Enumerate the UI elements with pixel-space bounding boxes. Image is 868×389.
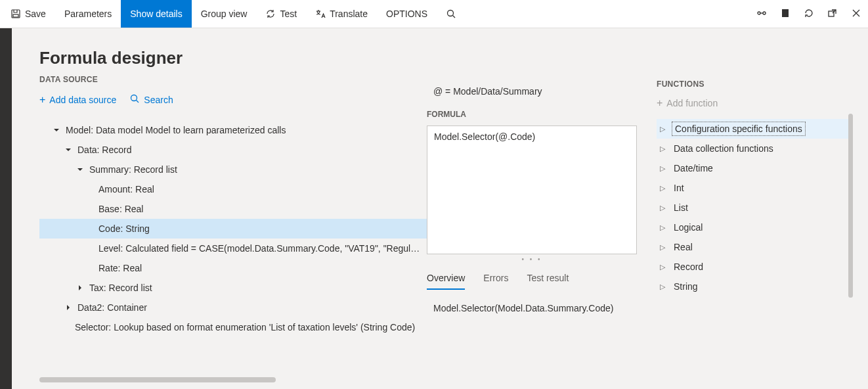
parameters-button[interactable]: Parameters xyxy=(55,0,121,28)
tree-node-code[interactable]: Code: String xyxy=(39,219,427,239)
formula-input[interactable]: Model.Selector(@.Code) xyxy=(427,126,637,254)
caret-right-icon[interactable]: ▷ xyxy=(657,145,668,153)
function-category[interactable]: ▷ Real xyxy=(657,237,848,257)
add-function-label: Add function xyxy=(666,98,718,108)
caret-down-icon[interactable] xyxy=(75,164,85,175)
search-icon xyxy=(446,9,456,19)
group-view-label: Group view xyxy=(201,9,248,19)
close-icon xyxy=(851,8,861,20)
tree-label: Code: String xyxy=(98,223,150,234)
tree-node-model[interactable]: Model: Data model Model to learn paramet… xyxy=(39,120,427,140)
page-title: Formula designer xyxy=(39,48,427,68)
resize-handle[interactable]: • • • xyxy=(427,256,637,265)
formula-panel: @ = Model/Data/Summary FORMULA Model.Sel… xyxy=(427,48,637,382)
options-label: OPTIONS xyxy=(386,9,427,19)
tree-node-tax[interactable]: Tax: Record list xyxy=(39,278,427,298)
function-category[interactable]: ▷ Logical xyxy=(657,217,848,237)
office-icon xyxy=(780,8,791,20)
add-function-button[interactable]: + Add function xyxy=(657,98,718,108)
show-details-label: Show details xyxy=(130,9,182,19)
function-category[interactable]: ▷ String xyxy=(657,277,848,296)
function-label: Record xyxy=(674,262,703,272)
translate-button[interactable]: Translate xyxy=(306,0,377,28)
vertical-scrollbar[interactable] xyxy=(848,114,853,298)
tree-label: Model: Data model Model to learn paramet… xyxy=(66,125,286,135)
plus-icon: + xyxy=(657,98,662,108)
tree-node-amount[interactable]: Amount: Real xyxy=(39,179,427,199)
test-button[interactable]: Test xyxy=(256,0,306,28)
caret-down-icon[interactable] xyxy=(51,125,62,135)
caret-right-icon[interactable] xyxy=(75,283,85,293)
tab-errors[interactable]: Errors xyxy=(483,269,508,290)
data-source-search-button[interactable]: Search xyxy=(129,93,173,106)
tree-node-rate[interactable]: Rate: Real xyxy=(39,258,427,278)
tree-node-level[interactable]: Level: Calculated field = CASE(model.Dat… xyxy=(39,239,427,258)
function-category[interactable]: ▷ Record xyxy=(657,257,848,277)
office-icon-button[interactable] xyxy=(773,0,797,28)
function-label: List xyxy=(674,202,688,213)
tree-label: Rate: Real xyxy=(98,263,142,273)
data-source-heading: DATA SOURCE xyxy=(39,75,427,84)
tree-node-selector[interactable]: Selector: Lookup based on format enumera… xyxy=(39,317,427,337)
data-source-search-label: Search xyxy=(144,95,173,105)
function-category[interactable]: ▷ List xyxy=(657,198,848,217)
caret-right-icon[interactable]: ▷ xyxy=(657,243,668,252)
caret-down-icon[interactable] xyxy=(63,145,74,155)
refresh-icon xyxy=(265,9,276,19)
tree-node-summary[interactable]: Summary: Record list xyxy=(39,160,427,179)
refresh-icon xyxy=(804,8,814,20)
function-category[interactable]: ▷ Int xyxy=(657,178,848,198)
refresh-icon-button[interactable] xyxy=(797,0,821,28)
show-details-button[interactable]: Show details xyxy=(121,0,191,28)
toolbar-search-button[interactable] xyxy=(437,0,466,28)
svg-point-7 xyxy=(131,95,137,101)
caret-right-icon[interactable]: ▷ xyxy=(657,204,668,212)
plus-icon: + xyxy=(39,95,45,105)
add-data-source-button[interactable]: + Add data source xyxy=(39,95,116,105)
function-category[interactable]: ▷ Data collection functions xyxy=(657,139,848,158)
connector-icon xyxy=(756,8,767,20)
popout-icon-button[interactable] xyxy=(821,0,844,28)
formula-path: @ = Model/Data/Summary xyxy=(427,86,637,97)
formula-heading: FORMULA xyxy=(427,110,637,119)
function-label: Int xyxy=(674,183,684,193)
caret-right-icon[interactable]: ▷ xyxy=(657,263,668,271)
tree-label: Tax: Record list xyxy=(89,283,152,293)
tree-label: Base: Real xyxy=(98,204,143,214)
tree-label: Level: Calculated field = CASE(model.Dat… xyxy=(98,243,423,254)
formula-output: Model.Selector(Model.Data.Summary.Code) xyxy=(427,303,637,313)
tree-label: Summary: Record list xyxy=(89,164,177,175)
options-button[interactable]: OPTIONS xyxy=(377,0,437,28)
caret-right-icon[interactable]: ▷ xyxy=(657,223,668,232)
tree-node-data2[interactable]: Data2: Container xyxy=(39,298,427,317)
function-label: Date/time xyxy=(674,163,713,173)
data-source-tree: Model: Data model Model to learn paramet… xyxy=(39,120,427,337)
tree-node-data[interactable]: Data: Record xyxy=(39,140,427,160)
caret-right-icon[interactable]: ▷ xyxy=(657,125,668,133)
caret-right-icon[interactable]: ▷ xyxy=(657,283,668,291)
svg-rect-1 xyxy=(13,14,18,17)
caret-right-icon[interactable]: ▷ xyxy=(657,184,668,193)
function-category[interactable]: ▷ Configuration specific functions xyxy=(657,119,848,139)
group-view-button[interactable]: Group view xyxy=(192,0,257,28)
save-button[interactable]: Save xyxy=(1,0,55,28)
svg-point-4 xyxy=(763,12,766,14)
svg-point-3 xyxy=(758,12,760,14)
caret-right-icon[interactable] xyxy=(63,302,74,313)
connector-icon-button[interactable] xyxy=(750,0,773,28)
tab-test-result[interactable]: Test result xyxy=(527,269,569,290)
function-label: Real xyxy=(674,242,693,252)
function-label: Logical xyxy=(674,222,703,233)
caret-right-icon[interactable]: ▷ xyxy=(657,164,668,173)
horizontal-scrollbar[interactable] xyxy=(39,377,276,382)
close-icon-button[interactable] xyxy=(844,0,868,28)
tab-overview[interactable]: Overview xyxy=(427,269,465,290)
functions-list: ▷ Configuration specific functions ▷ Dat… xyxy=(657,119,848,296)
translate-label: Translate xyxy=(330,9,368,19)
function-category[interactable]: ▷ Date/time xyxy=(657,158,848,178)
search-icon xyxy=(129,93,140,106)
formula-tabs: Overview Errors Test result xyxy=(427,269,637,290)
svg-rect-6 xyxy=(829,11,834,16)
tree-label: Data: Record xyxy=(77,145,131,155)
tree-node-base[interactable]: Base: Real xyxy=(39,199,427,219)
